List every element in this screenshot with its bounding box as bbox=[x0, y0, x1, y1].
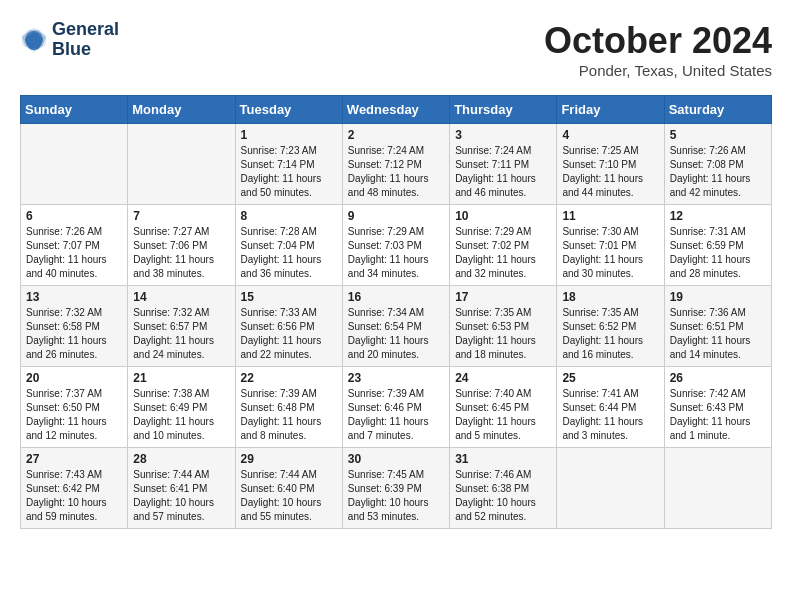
location: Ponder, Texas, United States bbox=[544, 62, 772, 79]
calendar-cell: 6Sunrise: 7:26 AMSunset: 7:07 PMDaylight… bbox=[21, 205, 128, 286]
day-info: Sunrise: 7:34 AMSunset: 6:54 PMDaylight:… bbox=[348, 306, 444, 362]
day-number: 7 bbox=[133, 209, 229, 223]
calendar-cell: 11Sunrise: 7:30 AMSunset: 7:01 PMDayligh… bbox=[557, 205, 664, 286]
calendar-cell: 9Sunrise: 7:29 AMSunset: 7:03 PMDaylight… bbox=[342, 205, 449, 286]
day-number: 20 bbox=[26, 371, 122, 385]
calendar-cell: 13Sunrise: 7:32 AMSunset: 6:58 PMDayligh… bbox=[21, 286, 128, 367]
day-info: Sunrise: 7:31 AMSunset: 6:59 PMDaylight:… bbox=[670, 225, 766, 281]
day-info: Sunrise: 7:26 AMSunset: 7:08 PMDaylight:… bbox=[670, 144, 766, 200]
day-number: 2 bbox=[348, 128, 444, 142]
calendar-cell bbox=[21, 124, 128, 205]
calendar-cell: 8Sunrise: 7:28 AMSunset: 7:04 PMDaylight… bbox=[235, 205, 342, 286]
calendar-cell: 17Sunrise: 7:35 AMSunset: 6:53 PMDayligh… bbox=[450, 286, 557, 367]
calendar-table: SundayMondayTuesdayWednesdayThursdayFrid… bbox=[20, 95, 772, 529]
day-info: Sunrise: 7:46 AMSunset: 6:38 PMDaylight:… bbox=[455, 468, 551, 524]
day-number: 29 bbox=[241, 452, 337, 466]
day-number: 26 bbox=[670, 371, 766, 385]
logo-line1: General bbox=[52, 20, 119, 40]
weekday-header: Friday bbox=[557, 96, 664, 124]
calendar-cell: 19Sunrise: 7:36 AMSunset: 6:51 PMDayligh… bbox=[664, 286, 771, 367]
day-info: Sunrise: 7:29 AMSunset: 7:03 PMDaylight:… bbox=[348, 225, 444, 281]
day-number: 21 bbox=[133, 371, 229, 385]
day-number: 24 bbox=[455, 371, 551, 385]
day-number: 14 bbox=[133, 290, 229, 304]
calendar-cell: 25Sunrise: 7:41 AMSunset: 6:44 PMDayligh… bbox=[557, 367, 664, 448]
day-info: Sunrise: 7:40 AMSunset: 6:45 PMDaylight:… bbox=[455, 387, 551, 443]
day-number: 1 bbox=[241, 128, 337, 142]
page-header: General Blue October 2024 Ponder, Texas,… bbox=[20, 20, 772, 79]
calendar-cell: 5Sunrise: 7:26 AMSunset: 7:08 PMDaylight… bbox=[664, 124, 771, 205]
day-info: Sunrise: 7:26 AMSunset: 7:07 PMDaylight:… bbox=[26, 225, 122, 281]
day-info: Sunrise: 7:39 AMSunset: 6:48 PMDaylight:… bbox=[241, 387, 337, 443]
calendar-cell: 14Sunrise: 7:32 AMSunset: 6:57 PMDayligh… bbox=[128, 286, 235, 367]
calendar-week-row: 27Sunrise: 7:43 AMSunset: 6:42 PMDayligh… bbox=[21, 448, 772, 529]
day-number: 9 bbox=[348, 209, 444, 223]
day-info: Sunrise: 7:41 AMSunset: 6:44 PMDaylight:… bbox=[562, 387, 658, 443]
calendar-cell bbox=[128, 124, 235, 205]
calendar-cell bbox=[664, 448, 771, 529]
day-number: 25 bbox=[562, 371, 658, 385]
weekday-header: Monday bbox=[128, 96, 235, 124]
calendar-cell: 22Sunrise: 7:39 AMSunset: 6:48 PMDayligh… bbox=[235, 367, 342, 448]
calendar-week-row: 1Sunrise: 7:23 AMSunset: 7:14 PMDaylight… bbox=[21, 124, 772, 205]
day-number: 27 bbox=[26, 452, 122, 466]
weekday-header: Thursday bbox=[450, 96, 557, 124]
day-number: 6 bbox=[26, 209, 122, 223]
day-info: Sunrise: 7:42 AMSunset: 6:43 PMDaylight:… bbox=[670, 387, 766, 443]
day-info: Sunrise: 7:24 AMSunset: 7:11 PMDaylight:… bbox=[455, 144, 551, 200]
calendar-cell: 23Sunrise: 7:39 AMSunset: 6:46 PMDayligh… bbox=[342, 367, 449, 448]
day-info: Sunrise: 7:32 AMSunset: 6:58 PMDaylight:… bbox=[26, 306, 122, 362]
day-info: Sunrise: 7:35 AMSunset: 6:53 PMDaylight:… bbox=[455, 306, 551, 362]
day-info: Sunrise: 7:28 AMSunset: 7:04 PMDaylight:… bbox=[241, 225, 337, 281]
weekday-header: Sunday bbox=[21, 96, 128, 124]
day-info: Sunrise: 7:32 AMSunset: 6:57 PMDaylight:… bbox=[133, 306, 229, 362]
day-info: Sunrise: 7:39 AMSunset: 6:46 PMDaylight:… bbox=[348, 387, 444, 443]
calendar-cell: 18Sunrise: 7:35 AMSunset: 6:52 PMDayligh… bbox=[557, 286, 664, 367]
calendar-cell: 24Sunrise: 7:40 AMSunset: 6:45 PMDayligh… bbox=[450, 367, 557, 448]
logo-icon bbox=[20, 26, 48, 54]
day-info: Sunrise: 7:35 AMSunset: 6:52 PMDaylight:… bbox=[562, 306, 658, 362]
calendar-cell: 20Sunrise: 7:37 AMSunset: 6:50 PMDayligh… bbox=[21, 367, 128, 448]
weekday-header: Saturday bbox=[664, 96, 771, 124]
calendar-cell: 1Sunrise: 7:23 AMSunset: 7:14 PMDaylight… bbox=[235, 124, 342, 205]
day-number: 16 bbox=[348, 290, 444, 304]
day-info: Sunrise: 7:36 AMSunset: 6:51 PMDaylight:… bbox=[670, 306, 766, 362]
title-block: October 2024 Ponder, Texas, United State… bbox=[544, 20, 772, 79]
day-number: 31 bbox=[455, 452, 551, 466]
day-info: Sunrise: 7:33 AMSunset: 6:56 PMDaylight:… bbox=[241, 306, 337, 362]
calendar-cell: 7Sunrise: 7:27 AMSunset: 7:06 PMDaylight… bbox=[128, 205, 235, 286]
day-info: Sunrise: 7:29 AMSunset: 7:02 PMDaylight:… bbox=[455, 225, 551, 281]
month-title: October 2024 bbox=[544, 20, 772, 62]
day-number: 18 bbox=[562, 290, 658, 304]
day-number: 3 bbox=[455, 128, 551, 142]
calendar-cell: 21Sunrise: 7:38 AMSunset: 6:49 PMDayligh… bbox=[128, 367, 235, 448]
day-number: 30 bbox=[348, 452, 444, 466]
day-info: Sunrise: 7:30 AMSunset: 7:01 PMDaylight:… bbox=[562, 225, 658, 281]
day-number: 22 bbox=[241, 371, 337, 385]
day-number: 11 bbox=[562, 209, 658, 223]
day-number: 13 bbox=[26, 290, 122, 304]
weekday-header: Wednesday bbox=[342, 96, 449, 124]
day-number: 23 bbox=[348, 371, 444, 385]
day-info: Sunrise: 7:25 AMSunset: 7:10 PMDaylight:… bbox=[562, 144, 658, 200]
calendar-cell bbox=[557, 448, 664, 529]
calendar-cell: 27Sunrise: 7:43 AMSunset: 6:42 PMDayligh… bbox=[21, 448, 128, 529]
calendar-cell: 16Sunrise: 7:34 AMSunset: 6:54 PMDayligh… bbox=[342, 286, 449, 367]
day-info: Sunrise: 7:27 AMSunset: 7:06 PMDaylight:… bbox=[133, 225, 229, 281]
day-number: 19 bbox=[670, 290, 766, 304]
day-number: 8 bbox=[241, 209, 337, 223]
day-number: 15 bbox=[241, 290, 337, 304]
calendar-cell: 2Sunrise: 7:24 AMSunset: 7:12 PMDaylight… bbox=[342, 124, 449, 205]
logo: General Blue bbox=[20, 20, 119, 60]
calendar-cell: 12Sunrise: 7:31 AMSunset: 6:59 PMDayligh… bbox=[664, 205, 771, 286]
calendar-week-row: 13Sunrise: 7:32 AMSunset: 6:58 PMDayligh… bbox=[21, 286, 772, 367]
calendar-cell: 15Sunrise: 7:33 AMSunset: 6:56 PMDayligh… bbox=[235, 286, 342, 367]
calendar-week-row: 6Sunrise: 7:26 AMSunset: 7:07 PMDaylight… bbox=[21, 205, 772, 286]
logo-line2: Blue bbox=[52, 40, 119, 60]
day-info: Sunrise: 7:43 AMSunset: 6:42 PMDaylight:… bbox=[26, 468, 122, 524]
calendar-cell: 29Sunrise: 7:44 AMSunset: 6:40 PMDayligh… bbox=[235, 448, 342, 529]
day-info: Sunrise: 7:24 AMSunset: 7:12 PMDaylight:… bbox=[348, 144, 444, 200]
day-number: 10 bbox=[455, 209, 551, 223]
day-info: Sunrise: 7:44 AMSunset: 6:40 PMDaylight:… bbox=[241, 468, 337, 524]
calendar-cell: 4Sunrise: 7:25 AMSunset: 7:10 PMDaylight… bbox=[557, 124, 664, 205]
